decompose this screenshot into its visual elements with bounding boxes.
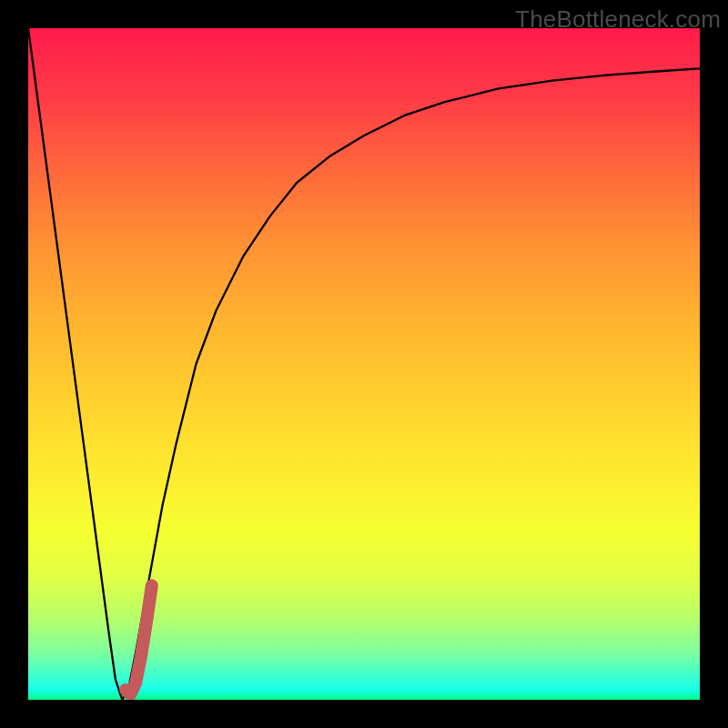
plot-area xyxy=(28,28,700,700)
chart-frame: TheBottleneck.com xyxy=(0,0,728,728)
curve-layer xyxy=(28,28,700,700)
watermark-text: TheBottleneck.com xyxy=(515,5,721,34)
highlight-marker xyxy=(126,586,152,695)
bottleneck-curve xyxy=(28,28,700,700)
